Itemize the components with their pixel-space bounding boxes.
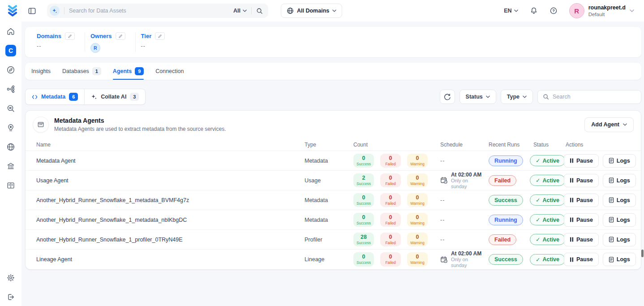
user-name: rounakpreet.d [588,4,626,11]
owner-avatar[interactable]: R [90,43,100,53]
pause-button[interactable]: Pause [564,174,599,187]
count-cell: 28Success 0Failed 0Warning [339,233,437,246]
pause-button[interactable]: Pause [564,233,599,246]
help-button[interactable]: ? [550,7,558,15]
sparkle-glyph [52,8,57,13]
nav-insights-icon[interactable] [5,122,16,133]
count-cell: 0Success 0Failed 0Warning [339,193,437,207]
schedule-empty: -- [437,197,485,203]
type-filter-dropdown[interactable]: Type [501,90,533,104]
topbar-right-cluster: EN ? R rounakpreet.d [504,3,634,18]
pause-button[interactable]: Pause [564,194,599,207]
settings-icon[interactable] [5,272,16,283]
global-search-bar[interactable]: All [47,4,268,18]
logs-button[interactable]: Logs [603,194,636,207]
tab-connection[interactable]: Connection [155,63,184,80]
status-pill[interactable]: ✓Active [530,175,565,186]
pause-button[interactable]: Pause [564,213,599,227]
search-scope-label: All [233,8,240,14]
logs-button[interactable]: Logs [603,233,636,246]
recent-run-pill[interactable]: Running [489,155,523,166]
recent-run-pill[interactable]: Running [489,215,523,225]
logs-button[interactable]: Logs [603,174,636,187]
recent-run-pill[interactable]: Failed [489,175,516,186]
row-menu-kebab-icon[interactable]: ⋮ [640,216,641,224]
segment-metadata[interactable]: Metadata 6 [26,89,84,104]
edit-domains-button[interactable] [65,32,75,40]
schedule-cell: At 02:00 AMOnly on sunday [437,250,485,268]
rail-bottom-cluster [5,272,16,302]
search-scope-dropdown[interactable]: All [233,8,247,14]
status-filter-dropdown[interactable]: Status [459,90,496,104]
nav-governance-icon[interactable] [5,161,16,172]
success-count-badge: 0Success [353,193,374,207]
nav-collate-app-icon[interactable]: C [5,45,16,56]
tab-agents[interactable]: Agents 9 [113,63,144,80]
agent-type: Metadata [301,217,339,223]
status-pill[interactable]: ✓Active [530,214,565,225]
recent-run-pill[interactable]: Failed [489,234,516,245]
tab-databases[interactable]: Databases 1 [62,63,101,80]
recent-run-pill[interactable]: Success [489,195,523,206]
chevron-down-icon [623,123,627,126]
logs-button[interactable]: Logs [603,154,636,168]
pause-button[interactable]: Pause [564,154,599,168]
segment-metadata-label: Metadata [41,94,65,100]
search-icon[interactable] [256,8,263,14]
pause-button[interactable]: Pause [564,253,599,266]
row-menu-kebab-icon[interactable]: ⋮ [640,157,641,165]
status-pill[interactable]: ✓Active [530,194,565,206]
notifications-button[interactable] [530,7,538,15]
status-filter-label: Status [466,94,483,100]
refresh-icon [444,93,451,100]
success-count-badge: 0Success [353,213,374,227]
nav-home-icon[interactable] [5,26,16,37]
col-status: Status [530,142,562,148]
all-domains-dropdown[interactable]: All Domains [281,4,342,18]
sidebar-toggle-button[interactable] [28,7,36,15]
global-search-input[interactable] [69,8,229,14]
status-pill[interactable]: ✓Active [530,254,565,265]
row-menu-kebab-icon[interactable]: ⋮ [640,236,641,244]
segment-collate-ai[interactable]: Collate AI 3 [85,89,145,104]
check-icon: ✓ [536,157,540,164]
logs-button[interactable]: Logs [603,213,636,227]
segment-collate-ai-count: 3 [130,93,139,101]
status-pill[interactable]: ✓Active [530,155,565,166]
recent-run-pill[interactable]: Success [489,254,523,265]
user-name-block: rounakpreet.d Default [588,4,626,17]
collate-logo[interactable] [5,4,20,18]
failed-count-badge: 0Failed [380,252,401,266]
collate-logo-icon [6,4,19,17]
logs-button[interactable]: Logs [603,253,636,266]
add-agent-button[interactable]: Add Agent [584,117,634,132]
nav-observability-icon[interactable] [5,103,16,114]
nav-explore-icon[interactable] [5,65,16,75]
actions-cell: Pause Logs ⋮ [562,233,634,246]
nav-lineage-icon[interactable] [5,84,16,95]
tier-group: Tier -- [136,32,176,49]
col-recent-runs: Recent Runs [485,142,530,148]
language-dropdown[interactable]: EN [504,8,518,14]
recent-runs-cell: Failed [485,234,530,245]
nav-domains-icon[interactable] [5,142,16,152]
edit-tier-button[interactable] [155,32,165,40]
logout-icon[interactable] [5,292,16,302]
ai-sparkle-icon[interactable] [50,6,60,16]
warning-count-badge: 0Warning [407,213,428,227]
bell-icon [530,7,538,15]
page-scrollbar-thumb[interactable] [641,250,644,257]
row-menu-kebab-icon[interactable]: ⋮ [640,196,641,204]
recent-runs-cell: Success [485,195,530,206]
edit-owners-button[interactable] [116,32,125,40]
status-pill[interactable]: ✓Active [530,234,565,245]
refresh-button[interactable] [440,90,455,104]
nav-glossary-icon[interactable] [5,180,16,191]
user-menu[interactable]: R rounakpreet.d Default [569,3,634,18]
recent-runs-cell: Running [485,155,530,166]
row-menu-kebab-icon[interactable]: ⋮ [640,177,641,185]
agents-search[interactable] [537,90,641,104]
tab-insights[interactable]: Insights [31,63,51,80]
check-icon: ✓ [536,236,540,243]
agents-search-input[interactable] [553,94,636,100]
